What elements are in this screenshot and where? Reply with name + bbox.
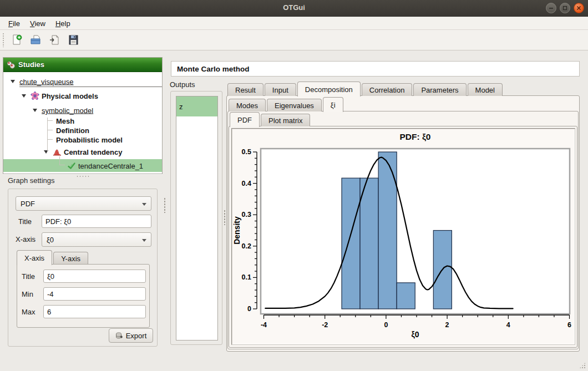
window-resize-grip[interactable]	[579, 362, 586, 369]
analysis-title: Monte Carlo method	[171, 61, 580, 77]
histogram-bar	[360, 178, 378, 309]
studies-panel: Studies chute_visqueusePhysical modelssy…	[3, 57, 163, 174]
graph-title-input[interactable]	[42, 215, 151, 228]
window-title: OTGui	[0, 3, 588, 12]
axis-tabs: X-axisY-axis	[17, 250, 89, 265]
tree-item-symbolic-model[interactable]: symbolic_model	[3, 104, 162, 117]
outputs-label: Outputs	[170, 80, 195, 89]
main-tabs: ResultInputDecompositionCorrelationParam…	[227, 81, 504, 96]
tree-item-label: chute_visqueuse	[19, 77, 74, 85]
tree-splitter-handle[interactable]	[76, 175, 90, 178]
tree-branch-line	[47, 130, 53, 130]
plottab-pdf[interactable]: PDF	[230, 112, 260, 127]
output-item-z[interactable]: z	[176, 96, 217, 116]
check-icon	[67, 161, 76, 170]
subtab-i[interactable]: ξi	[323, 97, 343, 112]
xaxis-combobox[interactable]: ξ0	[42, 232, 151, 247]
x-axis-title: ξ0	[411, 330, 419, 339]
pdf-chart: -4-2024600.10.20.30.40.5PDF: ξ0ξ0Density	[231, 128, 575, 345]
studies-header-label: Studies	[18, 60, 44, 69]
export-icon	[115, 332, 124, 340]
plot-type-combobox[interactable]: PDF	[16, 196, 151, 211]
tab-result[interactable]: Result	[227, 83, 263, 96]
tree-item-label: Central tendency	[64, 148, 122, 156]
plottab-plot-matrix[interactable]: Plot matrix	[261, 114, 310, 126]
export-button[interactable]: Export	[109, 328, 153, 343]
studies-icon	[7, 60, 16, 69]
titlebar[interactable]: OTGui	[0, 0, 588, 17]
tab-model[interactable]: Model	[468, 83, 503, 96]
y-tick-label: 0.1	[242, 273, 251, 281]
menu-view[interactable]: View	[25, 18, 50, 29]
close-icon	[576, 6, 581, 11]
y-tick-label: 0.2	[242, 242, 251, 250]
subtab-eigenvalues[interactable]: Eigenvalues	[267, 99, 322, 111]
graph-settings-heading: Graph settings	[8, 176, 55, 185]
xaxis-value: ξ0	[47, 236, 54, 244]
x-tick-label: 4	[506, 321, 510, 329]
studies-tree: chute_visqueusePhysical modelssymbolic_m…	[3, 72, 162, 174]
tree-item-definition[interactable]: Definition	[3, 125, 162, 135]
maximize-button[interactable]	[560, 3, 570, 13]
outputs-panel: z	[170, 91, 222, 345]
tree-branch-line	[47, 118, 48, 152]
expander-triangle-icon[interactable]	[22, 94, 26, 98]
axis-tab-y-axis[interactable]: Y-axis	[53, 252, 88, 265]
minimize-button[interactable]	[546, 3, 556, 13]
y-tick-label: 0	[247, 305, 251, 313]
tab-decomposition[interactable]: Decomposition	[297, 82, 361, 96]
tab-parameters[interactable]: Parameters	[413, 83, 466, 96]
y-tick-label: 0.5	[242, 148, 251, 156]
open-study-icon	[29, 34, 42, 46]
tree-item-rule	[19, 87, 162, 87]
x-tick-label: -4	[261, 321, 267, 329]
title-field-label: Title	[18, 217, 32, 226]
tree-item-label: Definition	[56, 126, 89, 134]
close-button[interactable]	[574, 3, 584, 13]
axis-min-input[interactable]	[43, 287, 146, 301]
save-study-button[interactable]	[65, 32, 82, 48]
histogram-bar	[378, 152, 397, 309]
tree-item-probabilistic-model[interactable]: Probabilistic model	[3, 135, 162, 144]
menu-file[interactable]: File	[3, 18, 25, 29]
tree-item-tendancecentrale-1[interactable]: tendanceCentrale_1	[3, 159, 162, 172]
expander-triangle-icon[interactable]	[33, 109, 37, 112]
new-study-button[interactable]	[8, 32, 25, 48]
minimize-icon	[549, 6, 554, 11]
menu-help[interactable]: Help	[50, 18, 75, 29]
tree-item-label: Mesh	[56, 116, 74, 125]
save-study-icon	[67, 34, 79, 46]
tree-item-central-tendency[interactable]: Central tendency	[3, 145, 162, 158]
tree-item-chute-visqueuse[interactable]: chute_visqueuse	[3, 75, 162, 87]
axis-title-label: Title	[22, 272, 35, 281]
x-tick-label: -2	[322, 321, 328, 329]
new-study-icon	[11, 34, 23, 46]
tree-item-mesh[interactable]: Mesh	[3, 116, 162, 125]
expander-triangle-icon[interactable]	[11, 80, 15, 83]
toolbar-grip[interactable]	[2, 33, 5, 47]
outputs-list: z	[176, 96, 218, 340]
axis-max-input[interactable]	[43, 305, 146, 318]
y-tick-label: 0.3	[242, 211, 251, 218]
x-tick-label: 2	[445, 321, 449, 329]
tree-branch-line	[47, 139, 53, 140]
left-splitter-handle[interactable]	[164, 197, 166, 213]
axis-tab-x-axis[interactable]: X-axis	[17, 250, 52, 265]
tab-input[interactable]: Input	[265, 83, 296, 96]
menubar: FileViewHelp	[0, 17, 588, 30]
plot-subtabs: PDFPlot matrix	[230, 111, 311, 126]
subtab-modes[interactable]: Modes	[229, 99, 266, 111]
open-study-button[interactable]	[27, 32, 44, 48]
studies-header: Studies	[3, 58, 162, 72]
decomposition-subtabs: ModesEigenvaluesξi	[229, 96, 344, 111]
histogram-bar	[342, 178, 360, 309]
tree-item-physical-models[interactable]: Physical models	[3, 89, 162, 103]
tree-item-label: symbolic_model	[42, 106, 93, 115]
tree-item-label: Physical models	[42, 92, 98, 100]
import-script-button[interactable]	[46, 32, 63, 48]
tab-correlation[interactable]: Correlation	[362, 83, 413, 96]
axis-min-label: Min	[22, 290, 33, 298]
chart-title: PDF: ξ0	[400, 132, 431, 141]
axis-title-input[interactable]	[43, 270, 146, 283]
app-window: OTGui FileViewHelp	[0, 0, 588, 371]
